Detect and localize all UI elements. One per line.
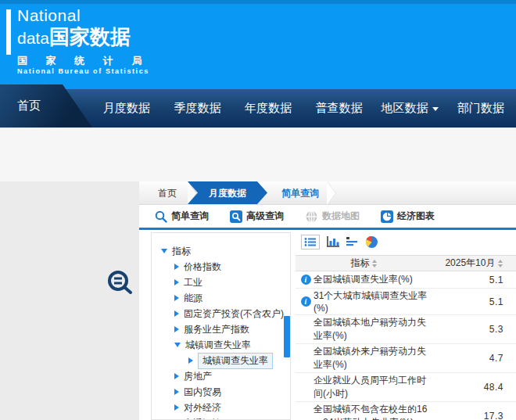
- tree-item-label: 价格指数: [184, 260, 221, 274]
- tree-item-services-index[interactable]: 服务业生产指数: [152, 321, 290, 337]
- triangle-right-icon[interactable]: [174, 279, 179, 285]
- breadcrumb-simple-query[interactable]: 简单查询: [281, 181, 319, 204]
- triangle-right-icon[interactable]: [188, 357, 193, 364]
- map-icon: [305, 210, 318, 223]
- row-value: 4.7: [432, 344, 516, 373]
- data-table-area: 指标 2025年10月 全国城镇调查失业率(%) 5.1 31个大城市城镇调查失…: [296, 231, 516, 420]
- view-switch-toolbar: [296, 231, 516, 253]
- logo-accent-bar: [6, 9, 11, 55]
- tree-item-label: 对外经济: [184, 401, 221, 415]
- table-header-period[interactable]: 2025年10月: [432, 256, 516, 271]
- tree-item-label: 指标: [172, 245, 191, 258]
- logo-line-national: National: [17, 6, 149, 25]
- indicator-table: 指标 2025年10月 全国城镇调查失业率(%) 5.1 31个大城市城镇调查失…: [296, 255, 516, 420]
- table-row: 全国城镇不包含在校生的16—24岁劳动力失业率(%) 17.3: [296, 402, 516, 420]
- header-label: 2025年10月: [445, 257, 495, 270]
- tree-item-urban-unemployment-child[interactable]: 城镇调查失业率: [152, 353, 290, 368]
- info-icon[interactable]: [301, 275, 311, 285]
- table-header-row: 指标 2025年10月: [296, 256, 516, 271]
- nav-item-monthly[interactable]: 月度数据: [91, 84, 163, 127]
- tool-label: 经济图表: [397, 210, 435, 223]
- pie-chart-view-icon[interactable]: [365, 235, 378, 249]
- tree-item-label: 能源: [184, 292, 202, 305]
- row-value: 5.1: [432, 289, 516, 315]
- table-header-indicator[interactable]: 指标: [296, 256, 432, 271]
- sidebar-scrollbar-thumb[interactable]: [284, 316, 290, 357]
- tree-item-indicators[interactable]: 指标: [152, 243, 290, 259]
- tree-item-transport[interactable]: 交通运输: [152, 415, 290, 420]
- tree-item-label: 交通运输: [184, 417, 221, 420]
- search-band: 查数ChaShu 搜索 统计 热词 GDP PMI: [0, 127, 516, 181]
- tree-item-real-estate[interactable]: 房地产: [152, 368, 290, 384]
- bar-chart-view-icon[interactable]: [326, 235, 340, 248]
- row-value: 48.4: [432, 373, 516, 402]
- row-label: 全国城镇外来户籍劳动力失业率(%): [314, 345, 432, 372]
- nav-item-departmental[interactable]: 部门数据: [445, 84, 516, 127]
- triangle-right-icon[interactable]: [174, 373, 179, 379]
- sort-icon[interactable]: [372, 260, 377, 267]
- site-header: National data国家数据 国 家 统 计 局 National Bur…: [0, 0, 516, 84]
- nav-item-label: 普查数据: [316, 101, 363, 116]
- logo-line-cn-bureau: 国 家 统 计 局: [17, 55, 149, 66]
- breadcrumb-monthly-data[interactable]: 月度数据: [188, 181, 267, 204]
- triangle-right-icon[interactable]: [174, 311, 179, 317]
- row-label: 全国城镇本地户籍劳动力失业率(%): [314, 316, 432, 343]
- triangle-right-icon[interactable]: [174, 295, 179, 301]
- tree-item-label: 城镇调查失业率: [198, 353, 273, 369]
- tool-simple-query[interactable]: 简单查询: [155, 210, 209, 223]
- nav-item-home[interactable]: 首页: [0, 84, 91, 127]
- info-icon[interactable]: [301, 296, 311, 307]
- tree-item-domestic-trade[interactable]: 国内贸易: [152, 384, 290, 400]
- tree-item-price-index[interactable]: 价格指数: [152, 259, 290, 275]
- toolbar-underline: [139, 228, 516, 230]
- site-logo[interactable]: National data国家数据 国 家 统 计 局 National Bur…: [17, 6, 149, 76]
- row-value: 17.3: [432, 402, 516, 420]
- tree-item-fixed-assets[interactable]: 固定资产投资(不含农户): [152, 306, 290, 321]
- indicator-sidebar: 指标 价格指数 工业 能源 固定资产投资(不含农户) 服务业生产指数 城镇调查失…: [151, 232, 291, 420]
- table-view-icon[interactable]: [301, 235, 320, 249]
- tree-item-label: 固定资产投资(不含农户): [184, 307, 284, 321]
- tree-item-industry[interactable]: 工业: [152, 275, 290, 290]
- tree-item-label: 国内贸易: [184, 386, 221, 399]
- tool-label: 数据地图: [322, 210, 360, 223]
- triangle-right-icon[interactable]: [174, 389, 179, 395]
- breadcrumb-home[interactable]: 首页: [158, 181, 188, 204]
- triangle-right-icon[interactable]: [174, 404, 179, 411]
- nav-item-regional[interactable]: 地区数据: [374, 84, 446, 127]
- triangle-right-icon[interactable]: [174, 326, 179, 332]
- triangle-down-icon[interactable]: [161, 249, 167, 253]
- line-list-view-icon[interactable]: [346, 236, 359, 247]
- tool-label: 高级查询: [246, 210, 284, 223]
- logo-line-en-bureau: National Bureau of Statistics: [17, 66, 149, 76]
- nav-item-census[interactable]: 普查数据: [303, 84, 374, 127]
- chashu-magnifier-icon: [106, 270, 134, 296]
- search-icon: [155, 210, 167, 223]
- table-row: 31个大城市城镇调查失业率(%) 5.1: [296, 289, 516, 315]
- nav-item-label: 部门数据: [457, 101, 504, 116]
- row-value: 5.1: [432, 271, 516, 289]
- tool-economic-charts[interactable]: 经济图表: [381, 210, 435, 223]
- nav-item-annual[interactable]: 年度数据: [233, 84, 304, 127]
- nav-item-quarterly[interactable]: 季度数据: [162, 84, 233, 127]
- indicator-tree: 指标 价格指数 工业 能源 固定资产投资(不含农户) 服务业生产指数 城镇调查失…: [152, 233, 290, 420]
- tree-item-urban-unemployment[interactable]: 城镇调查失业率: [152, 337, 290, 353]
- header-label: 指标: [350, 257, 369, 270]
- pie-chart-icon: [381, 210, 393, 223]
- tool-advanced-query[interactable]: 高级查询: [230, 210, 284, 223]
- triangle-right-icon[interactable]: [174, 264, 179, 270]
- table-row: 全国城镇外来户籍劳动力失业率(%) 4.7: [296, 344, 516, 373]
- row-value: 5.3: [432, 315, 516, 344]
- row-label: 31个大城市城镇调查失业率(%): [314, 289, 432, 314]
- content-panel: 首页 月度数据 简单查询 简单查询 高级查询: [139, 181, 516, 420]
- sort-icon[interactable]: [498, 260, 503, 267]
- tree-item-foreign-economy[interactable]: 对外经济: [152, 400, 290, 415]
- tree-item-energy[interactable]: 能源: [152, 290, 290, 306]
- query-toolbar: 简单查询 高级查询 数据地图: [139, 205, 516, 228]
- table-row: 全国城镇调查失业率(%) 5.1: [296, 271, 516, 289]
- row-label: 企业就业人员周平均工作时间(小时): [314, 374, 432, 400]
- tool-data-map[interactable]: 数据地图: [305, 210, 360, 223]
- triangle-down-icon[interactable]: [174, 343, 181, 347]
- breadcrumb-arrow-icon: [327, 181, 335, 205]
- nav-item-label: 季度数据: [174, 101, 220, 116]
- table-row: 企业就业人员周平均工作时间(小时) 48.4: [296, 373, 516, 402]
